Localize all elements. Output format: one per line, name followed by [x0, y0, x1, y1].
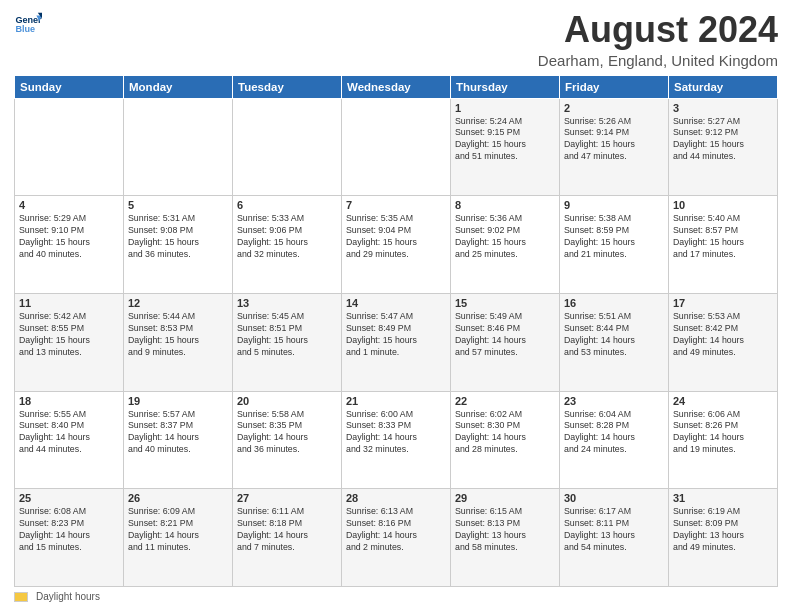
day-info: Sunrise: 6:06 AM Sunset: 8:26 PM Dayligh… [673, 409, 773, 457]
day-info: Sunrise: 5:35 AM Sunset: 9:04 PM Dayligh… [346, 213, 446, 261]
calendar-cell: 2Sunrise: 5:26 AM Sunset: 9:14 PM Daylig… [560, 98, 669, 196]
day-number: 30 [564, 492, 664, 504]
calendar-cell: 4Sunrise: 5:29 AM Sunset: 9:10 PM Daylig… [15, 196, 124, 294]
day-number: 1 [455, 102, 555, 114]
day-info: Sunrise: 6:09 AM Sunset: 8:21 PM Dayligh… [128, 506, 228, 554]
day-info: Sunrise: 6:19 AM Sunset: 8:09 PM Dayligh… [673, 506, 773, 554]
calendar-cell [124, 98, 233, 196]
calendar-week-2: 4Sunrise: 5:29 AM Sunset: 9:10 PM Daylig… [15, 196, 778, 294]
calendar-cell: 25Sunrise: 6:08 AM Sunset: 8:23 PM Dayli… [15, 489, 124, 587]
calendar-cell: 29Sunrise: 6:15 AM Sunset: 8:13 PM Dayli… [451, 489, 560, 587]
day-number: 14 [346, 297, 446, 309]
day-number: 18 [19, 395, 119, 407]
day-info: Sunrise: 6:11 AM Sunset: 8:18 PM Dayligh… [237, 506, 337, 554]
calendar-cell: 27Sunrise: 6:11 AM Sunset: 8:18 PM Dayli… [233, 489, 342, 587]
calendar-cell: 1Sunrise: 5:24 AM Sunset: 9:15 PM Daylig… [451, 98, 560, 196]
weekday-header-thursday: Thursday [451, 75, 560, 98]
day-info: Sunrise: 5:58 AM Sunset: 8:35 PM Dayligh… [237, 409, 337, 457]
day-number: 3 [673, 102, 773, 114]
day-info: Sunrise: 5:47 AM Sunset: 8:49 PM Dayligh… [346, 311, 446, 359]
day-number: 22 [455, 395, 555, 407]
day-info: Sunrise: 5:26 AM Sunset: 9:14 PM Dayligh… [564, 116, 664, 164]
day-info: Sunrise: 5:24 AM Sunset: 9:15 PM Dayligh… [455, 116, 555, 164]
calendar-cell: 26Sunrise: 6:09 AM Sunset: 8:21 PM Dayli… [124, 489, 233, 587]
day-number: 27 [237, 492, 337, 504]
day-number: 20 [237, 395, 337, 407]
day-info: Sunrise: 5:27 AM Sunset: 9:12 PM Dayligh… [673, 116, 773, 164]
calendar-cell: 12Sunrise: 5:44 AM Sunset: 8:53 PM Dayli… [124, 293, 233, 391]
day-info: Sunrise: 5:57 AM Sunset: 8:37 PM Dayligh… [128, 409, 228, 457]
legend-box [14, 592, 28, 602]
day-number: 24 [673, 395, 773, 407]
day-info: Sunrise: 5:49 AM Sunset: 8:46 PM Dayligh… [455, 311, 555, 359]
main-title: August 2024 [538, 10, 778, 50]
day-number: 8 [455, 199, 555, 211]
day-number: 19 [128, 395, 228, 407]
calendar-week-5: 25Sunrise: 6:08 AM Sunset: 8:23 PM Dayli… [15, 489, 778, 587]
day-info: Sunrise: 6:00 AM Sunset: 8:33 PM Dayligh… [346, 409, 446, 457]
calendar-cell: 15Sunrise: 5:49 AM Sunset: 8:46 PM Dayli… [451, 293, 560, 391]
day-info: Sunrise: 6:15 AM Sunset: 8:13 PM Dayligh… [455, 506, 555, 554]
calendar-cell: 21Sunrise: 6:00 AM Sunset: 8:33 PM Dayli… [342, 391, 451, 489]
page: General Blue August 2024 Dearham, Englan… [0, 0, 792, 612]
day-info: Sunrise: 5:51 AM Sunset: 8:44 PM Dayligh… [564, 311, 664, 359]
day-number: 6 [237, 199, 337, 211]
title-block: August 2024 Dearham, England, United Kin… [538, 10, 778, 69]
day-info: Sunrise: 6:02 AM Sunset: 8:30 PM Dayligh… [455, 409, 555, 457]
day-number: 11 [19, 297, 119, 309]
calendar-cell: 30Sunrise: 6:17 AM Sunset: 8:11 PM Dayli… [560, 489, 669, 587]
logo: General Blue [14, 10, 42, 38]
day-info: Sunrise: 5:38 AM Sunset: 8:59 PM Dayligh… [564, 213, 664, 261]
day-info: Sunrise: 6:17 AM Sunset: 8:11 PM Dayligh… [564, 506, 664, 554]
calendar-cell: 8Sunrise: 5:36 AM Sunset: 9:02 PM Daylig… [451, 196, 560, 294]
calendar-week-4: 18Sunrise: 5:55 AM Sunset: 8:40 PM Dayli… [15, 391, 778, 489]
day-number: 28 [346, 492, 446, 504]
calendar-cell: 19Sunrise: 5:57 AM Sunset: 8:37 PM Dayli… [124, 391, 233, 489]
weekday-header-wednesday: Wednesday [342, 75, 451, 98]
day-number: 13 [237, 297, 337, 309]
day-number: 4 [19, 199, 119, 211]
weekday-header-monday: Monday [124, 75, 233, 98]
calendar-cell: 10Sunrise: 5:40 AM Sunset: 8:57 PM Dayli… [669, 196, 778, 294]
calendar-cell: 6Sunrise: 5:33 AM Sunset: 9:06 PM Daylig… [233, 196, 342, 294]
day-number: 12 [128, 297, 228, 309]
weekday-header-sunday: Sunday [15, 75, 124, 98]
day-number: 10 [673, 199, 773, 211]
calendar-cell: 24Sunrise: 6:06 AM Sunset: 8:26 PM Dayli… [669, 391, 778, 489]
day-number: 9 [564, 199, 664, 211]
calendar-table: SundayMondayTuesdayWednesdayThursdayFrid… [14, 75, 778, 587]
footer: Daylight hours [14, 591, 778, 602]
day-info: Sunrise: 5:53 AM Sunset: 8:42 PM Dayligh… [673, 311, 773, 359]
day-number: 5 [128, 199, 228, 211]
calendar-cell: 31Sunrise: 6:19 AM Sunset: 8:09 PM Dayli… [669, 489, 778, 587]
calendar-cell: 23Sunrise: 6:04 AM Sunset: 8:28 PM Dayli… [560, 391, 669, 489]
svg-text:Blue: Blue [15, 24, 35, 34]
day-number: 17 [673, 297, 773, 309]
day-info: Sunrise: 5:44 AM Sunset: 8:53 PM Dayligh… [128, 311, 228, 359]
day-number: 7 [346, 199, 446, 211]
weekday-header-tuesday: Tuesday [233, 75, 342, 98]
day-number: 15 [455, 297, 555, 309]
day-number: 31 [673, 492, 773, 504]
calendar-cell: 22Sunrise: 6:02 AM Sunset: 8:30 PM Dayli… [451, 391, 560, 489]
calendar-cell: 9Sunrise: 5:38 AM Sunset: 8:59 PM Daylig… [560, 196, 669, 294]
day-number: 29 [455, 492, 555, 504]
weekday-header-row: SundayMondayTuesdayWednesdayThursdayFrid… [15, 75, 778, 98]
day-number: 25 [19, 492, 119, 504]
calendar-cell: 7Sunrise: 5:35 AM Sunset: 9:04 PM Daylig… [342, 196, 451, 294]
day-info: Sunrise: 6:13 AM Sunset: 8:16 PM Dayligh… [346, 506, 446, 554]
day-info: Sunrise: 5:31 AM Sunset: 9:08 PM Dayligh… [128, 213, 228, 261]
legend-label: Daylight hours [36, 591, 100, 602]
day-info: Sunrise: 5:36 AM Sunset: 9:02 PM Dayligh… [455, 213, 555, 261]
day-number: 23 [564, 395, 664, 407]
calendar-cell [15, 98, 124, 196]
day-info: Sunrise: 6:08 AM Sunset: 8:23 PM Dayligh… [19, 506, 119, 554]
weekday-header-saturday: Saturday [669, 75, 778, 98]
calendar-cell [233, 98, 342, 196]
calendar-cell: 28Sunrise: 6:13 AM Sunset: 8:16 PM Dayli… [342, 489, 451, 587]
day-info: Sunrise: 6:04 AM Sunset: 8:28 PM Dayligh… [564, 409, 664, 457]
day-info: Sunrise: 5:45 AM Sunset: 8:51 PM Dayligh… [237, 311, 337, 359]
day-number: 2 [564, 102, 664, 114]
calendar-week-1: 1Sunrise: 5:24 AM Sunset: 9:15 PM Daylig… [15, 98, 778, 196]
day-info: Sunrise: 5:29 AM Sunset: 9:10 PM Dayligh… [19, 213, 119, 261]
